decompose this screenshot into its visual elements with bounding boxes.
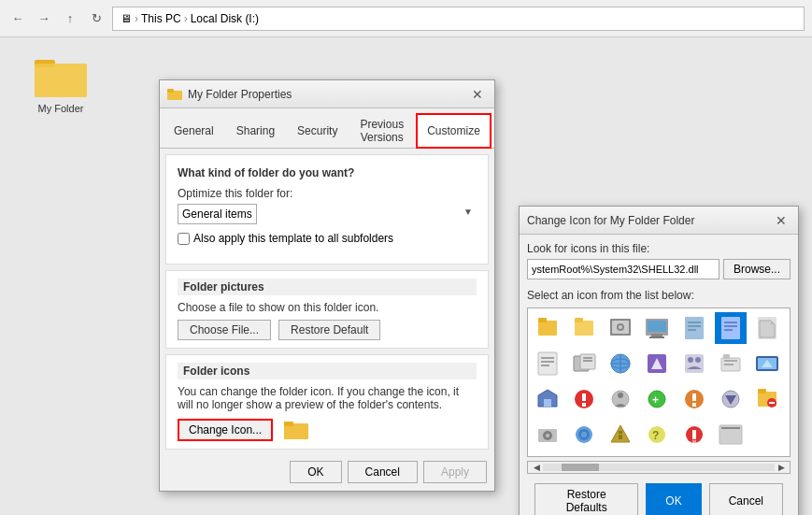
folder-icons-header: Folder icons xyxy=(178,363,477,379)
icon-cell-7[interactable] xyxy=(751,312,783,344)
svg-rect-80 xyxy=(692,430,696,439)
folder-icons-desc: You can change the folder icon. If you c… xyxy=(178,385,477,411)
tab-customize[interactable]: Customize xyxy=(416,113,491,149)
svg-point-74 xyxy=(581,432,587,437)
icon-cell-14[interactable] xyxy=(751,348,783,379)
icon-cell-5[interactable] xyxy=(678,312,710,344)
tab-sharing[interactable]: Sharing xyxy=(226,113,285,149)
icon-cell-3[interactable] xyxy=(605,312,636,344)
svg-rect-7 xyxy=(538,321,557,336)
svg-rect-53 xyxy=(544,399,551,407)
icon-cell-23[interactable] xyxy=(568,419,600,451)
icon-cell-22[interactable] xyxy=(532,419,563,451)
svg-rect-30 xyxy=(538,352,557,375)
svg-rect-48 xyxy=(724,360,737,362)
icon-cell-21[interactable] xyxy=(751,383,783,415)
up-button[interactable]: ↑ xyxy=(60,8,80,29)
dialog-title: My Folder Properties xyxy=(188,88,468,101)
folder-pictures-header: Folder pictures xyxy=(178,279,477,295)
dropdown-row: General items Documents Pictures Music V… xyxy=(178,204,477,224)
forward-button[interactable]: → xyxy=(34,8,54,29)
icon-cell-8[interactable] xyxy=(532,348,563,379)
icon-cell-16[interactable] xyxy=(568,383,600,415)
path-drive: Local Disk (I:) xyxy=(191,12,259,25)
path-icon: 🖥 xyxy=(121,12,132,25)
icon-cell-12[interactable] xyxy=(678,348,710,379)
folder-pictures-section: Folder pictures Choose a file to show on… xyxy=(165,270,489,349)
cancel-button[interactable]: Cancel xyxy=(348,461,418,483)
restore-defaults-button[interactable]: Restore Defaults xyxy=(534,483,638,515)
icon-cell-11[interactable] xyxy=(641,348,673,379)
icon-cell-2[interactable] xyxy=(568,312,600,344)
choose-file-button[interactable]: Choose File... xyxy=(178,320,271,340)
icon-select-label: Select an icon from the list below: xyxy=(527,289,791,302)
icon-ok-button[interactable]: OK xyxy=(646,483,701,515)
svg-point-45 xyxy=(695,357,701,363)
icon-grid-scrollbar[interactable]: ◀ ▶ xyxy=(527,461,791,474)
icon-dialog-content: Look for icons in this file: Browse... S… xyxy=(520,235,798,515)
tab-security[interactable]: Security xyxy=(287,113,348,149)
icon-cell-10[interactable] xyxy=(605,348,636,379)
svg-rect-16 xyxy=(648,321,666,332)
svg-rect-8 xyxy=(538,318,547,322)
icon-cell-9[interactable] xyxy=(568,348,600,379)
ok-button[interactable]: OK xyxy=(290,461,341,483)
svg-text:?: ? xyxy=(652,429,659,442)
svg-rect-10 xyxy=(575,318,583,322)
refresh-button[interactable]: ↻ xyxy=(86,8,107,29)
icon-cell-26[interactable] xyxy=(678,419,710,451)
icon-cell-18[interactable]: + xyxy=(641,383,673,415)
icon-cell-6[interactable] xyxy=(715,312,747,344)
back-button[interactable]: ← xyxy=(7,8,28,29)
dialog-folder-icon xyxy=(167,88,182,101)
optimize-dropdown[interactable]: General items Documents Pictures Music V… xyxy=(178,204,257,224)
scroll-left-arrow[interactable]: ◀ xyxy=(530,461,543,474)
subfolders-checkbox[interactable] xyxy=(178,233,190,245)
svg-rect-2 xyxy=(35,64,87,97)
file-path-row: Browse... xyxy=(527,259,791,279)
tab-bar: General Sharing Security Previous Versio… xyxy=(160,108,494,149)
properties-dialog: My Folder Properties ✕ General Sharing S… xyxy=(159,79,495,492)
icon-cell-24[interactable] xyxy=(605,419,636,451)
file-path-input[interactable] xyxy=(527,259,719,279)
tab-general[interactable]: General xyxy=(164,113,224,149)
icon-cell-25[interactable]: ? xyxy=(641,419,673,451)
icon-dialog-titlebar: Change Icon for My Folder Folder ✕ xyxy=(520,207,798,235)
icon-cell-20[interactable] xyxy=(715,383,747,415)
icon-cell-1[interactable] xyxy=(532,312,563,344)
section-title-optimize: What kind of folder do you want? xyxy=(178,166,477,179)
path-thispc: This PC xyxy=(141,12,181,25)
tab-previous-versions[interactable]: Previous Versions xyxy=(349,113,414,149)
icon-cell-27[interactable] xyxy=(715,419,747,451)
subfolders-checkbox-row: Also apply this template to all subfolde… xyxy=(178,232,477,245)
folder-item[interactable]: My Folder xyxy=(28,56,93,114)
icon-dialog-footer: Restore Defaults OK Cancel xyxy=(527,479,791,515)
scroll-right-arrow[interactable]: ▶ xyxy=(775,461,788,474)
optimize-label: Optimize this folder for: xyxy=(178,187,477,200)
dialog-close-button[interactable]: ✕ xyxy=(468,85,487,104)
change-icon-wrapper: Change Icon... xyxy=(178,419,477,441)
svg-rect-66 xyxy=(758,389,766,393)
optimize-section: What kind of folder do you want? Optimiz… xyxy=(165,154,489,265)
address-bar: ← → ↑ ↻ 🖥 › This PC › Local Disk (I:) xyxy=(0,0,812,37)
icon-cell-19[interactable] xyxy=(678,383,710,415)
apply-button[interactable]: Apply xyxy=(423,461,487,483)
restore-default-button[interactable]: Restore Default xyxy=(278,320,380,340)
svg-rect-43 xyxy=(685,354,704,373)
svg-rect-55 xyxy=(582,393,586,401)
icon-cancel-button[interactable]: Cancel xyxy=(709,483,783,515)
icon-cell-13[interactable] xyxy=(715,348,747,379)
svg-rect-23 xyxy=(721,317,740,339)
change-icon-button[interactable]: Change Icon... xyxy=(178,419,273,441)
icon-dialog-close-button[interactable]: ✕ xyxy=(772,211,791,230)
svg-rect-49 xyxy=(724,364,734,365)
address-path: 🖥 › This PC › Local Disk (I:) xyxy=(112,7,805,31)
svg-point-58 xyxy=(618,393,623,398)
icon-dialog-title: Change Icon for My Folder Folder xyxy=(527,214,772,227)
icon-cell-4[interactable] xyxy=(641,312,673,344)
icon-cell-15[interactable] xyxy=(532,383,563,415)
svg-rect-47 xyxy=(723,354,730,359)
browse-button[interactable]: Browse... xyxy=(723,259,791,279)
icon-cell-17[interactable] xyxy=(605,383,636,415)
scroll-thumb[interactable] xyxy=(562,464,599,471)
